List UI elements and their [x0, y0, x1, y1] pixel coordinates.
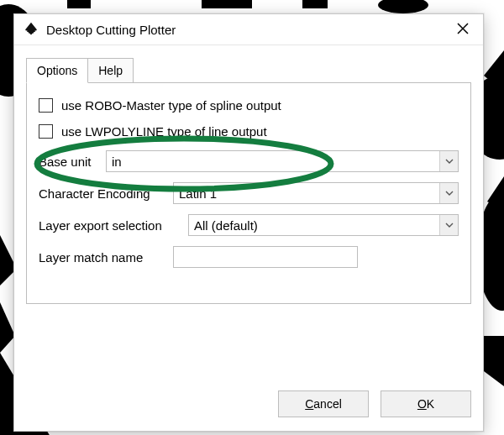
dialog-window: Desktop Cutting Plotter Options Help use… [13, 13, 484, 432]
layer-match-input[interactable] [173, 246, 358, 268]
tab-label: Options [37, 64, 77, 77]
base-unit-dropdown[interactable]: in [106, 150, 459, 172]
base-unit-value: in [107, 155, 127, 169]
layer-match-label: Layer match name [39, 250, 166, 265]
svg-rect-4 [202, 0, 252, 8]
tab-help[interactable]: Help [87, 58, 134, 83]
chevron-down-icon [439, 151, 458, 171]
layer-export-value: All (default) [189, 218, 263, 233]
close-button[interactable] [443, 14, 483, 45]
button-label: OK [417, 397, 434, 411]
checkbox-robo-master[interactable] [39, 98, 53, 113]
checkbox-label[interactable]: use LWPOLYLINE type of line output [39, 124, 267, 139]
titlebar: Desktop Cutting Plotter [14, 14, 483, 45]
layer-match-row: Layer match name [39, 246, 459, 268]
checkbox-row-robo-master: use ROBO-Master type of spline output [39, 98, 459, 113]
svg-point-6 [378, 0, 428, 13]
base-unit-row: Base unit in [39, 150, 459, 172]
options-panel: use ROBO-Master type of spline output us… [26, 82, 471, 304]
button-label: Cancel [305, 397, 342, 411]
chevron-down-icon [439, 183, 458, 203]
base-unit-label: Base unit [39, 155, 99, 169]
char-encoding-dropdown[interactable]: Latin 1 [173, 182, 459, 204]
checkbox-label[interactable]: use ROBO-Master type of spline output [39, 98, 281, 113]
layer-export-row: Layer export selection All (default) [39, 214, 459, 236]
ok-button[interactable]: OK [381, 390, 471, 417]
char-encoding-row: Character Encoding Latin 1 [39, 182, 459, 204]
close-icon [457, 21, 469, 39]
checkbox-text: use LWPOLYLINE type of line output [61, 124, 267, 139]
tab-bar: Options Help [26, 57, 471, 82]
window-title: Desktop Cutting Plotter [46, 23, 176, 37]
chevron-down-icon [439, 215, 458, 235]
svg-rect-3 [67, 0, 91, 8]
layer-export-label: Layer export selection [39, 218, 181, 233]
layer-export-dropdown[interactable]: All (default) [188, 214, 459, 236]
cancel-button[interactable]: Cancel [278, 390, 369, 417]
checkbox-lwpolyline[interactable] [39, 124, 53, 139]
svg-rect-5 [302, 0, 328, 8]
checkbox-row-lwpolyline: use LWPOLYLINE type of line output [39, 124, 459, 139]
tab-options[interactable]: Options [26, 58, 88, 83]
inkscape-icon [23, 21, 39, 38]
dialog-body: Options Help use ROBO-Master type of spl… [14, 45, 483, 379]
checkbox-text: use ROBO-Master type of spline output [61, 98, 281, 113]
char-encoding-value: Latin 1 [174, 186, 222, 201]
dialog-footer: Cancel OK [14, 379, 483, 431]
char-encoding-label: Character Encoding [39, 186, 166, 201]
tab-label: Help [98, 64, 123, 77]
